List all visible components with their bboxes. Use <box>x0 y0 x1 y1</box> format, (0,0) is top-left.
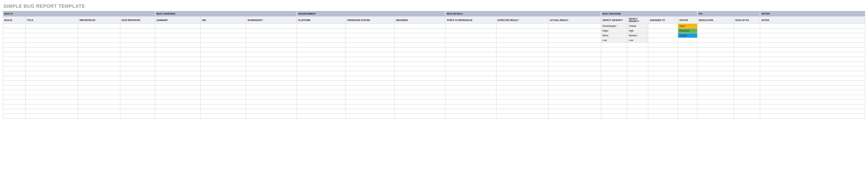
cell-summary[interactable] <box>155 81 200 85</box>
cell-defect_priority[interactable] <box>627 47 648 52</box>
cell-summary[interactable] <box>155 66 200 71</box>
cell-operating_system[interactable] <box>346 43 394 47</box>
cell-expected_result[interactable] <box>496 104 549 109</box>
cell-status[interactable] <box>678 114 697 119</box>
cell-title[interactable] <box>26 28 78 33</box>
cell-bug_id[interactable] <box>3 57 26 62</box>
cell-defect_priority[interactable] <box>627 85 648 90</box>
cell-bug_id[interactable] <box>3 28 26 33</box>
cell-expected_result[interactable] <box>496 66 549 71</box>
cell-bug_id[interactable] <box>3 90 26 95</box>
cell-steps_to_reproduce[interactable] <box>445 90 496 95</box>
cell-status[interactable] <box>678 76 697 81</box>
cell-reported_by[interactable] <box>78 90 120 95</box>
cell-title[interactable] <box>26 114 78 119</box>
cell-defect_severity[interactable] <box>601 85 627 90</box>
cell-resolution[interactable] <box>697 57 734 62</box>
cell-date_of_fix[interactable] <box>734 33 760 38</box>
cell-date_of_fix[interactable] <box>734 52 760 57</box>
cell-date_reported[interactable] <box>120 109 155 114</box>
cell-notes[interactable] <box>760 81 865 85</box>
cell-assigned_to[interactable] <box>648 81 678 85</box>
cell-browser[interactable] <box>395 71 446 76</box>
cell-date_reported[interactable] <box>120 95 155 100</box>
cell-browser[interactable] <box>395 43 446 47</box>
cell-expected_result[interactable] <box>496 43 549 47</box>
cell-platform[interactable] <box>297 57 346 62</box>
cell-steps_to_reproduce[interactable] <box>445 85 496 90</box>
cell-browser[interactable] <box>395 47 446 52</box>
cell-date_of_fix[interactable] <box>734 90 760 95</box>
cell-date_of_fix[interactable] <box>734 66 760 71</box>
cell-expected_result[interactable] <box>496 95 549 100</box>
cell-summary[interactable] <box>155 109 200 114</box>
cell-url[interactable] <box>200 24 246 28</box>
cell-operating_system[interactable] <box>346 38 394 43</box>
cell-expected_result[interactable] <box>496 109 549 114</box>
cell-title[interactable] <box>26 85 78 90</box>
cell-actual_result[interactable] <box>549 114 601 119</box>
cell-browser[interactable] <box>395 114 446 119</box>
cell-url[interactable] <box>200 52 246 57</box>
cell-defect_severity[interactable]: Showstopper <box>601 24 627 28</box>
cell-summary[interactable] <box>155 104 200 109</box>
cell-defect_priority[interactable] <box>627 81 648 85</box>
cell-steps_to_reproduce[interactable] <box>445 100 496 104</box>
cell-notes[interactable] <box>760 28 865 33</box>
cell-browser[interactable] <box>395 62 446 66</box>
cell-reported_by[interactable] <box>78 28 120 33</box>
cell-url[interactable] <box>200 33 246 38</box>
cell-summary[interactable] <box>155 95 200 100</box>
cell-title[interactable] <box>26 100 78 104</box>
cell-operating_system[interactable] <box>346 76 394 81</box>
cell-reported_by[interactable] <box>78 109 120 114</box>
cell-notes[interactable] <box>760 43 865 47</box>
cell-date_of_fix[interactable] <box>734 71 760 76</box>
cell-actual_result[interactable] <box>549 62 601 66</box>
cell-date_of_fix[interactable] <box>734 24 760 28</box>
cell-title[interactable] <box>26 47 78 52</box>
cell-actual_result[interactable] <box>549 66 601 71</box>
cell-bug_id[interactable] <box>3 52 26 57</box>
cell-reported_by[interactable] <box>78 85 120 90</box>
cell-notes[interactable] <box>760 38 865 43</box>
cell-defect_severity[interactable] <box>601 114 627 119</box>
cell-defect_priority[interactable]: Medium <box>627 33 648 38</box>
cell-status[interactable]: Closed <box>678 33 697 38</box>
cell-browser[interactable] <box>395 81 446 85</box>
cell-screenshot[interactable] <box>246 33 297 38</box>
cell-status[interactable] <box>678 104 697 109</box>
cell-defect_severity[interactable] <box>601 52 627 57</box>
cell-operating_system[interactable] <box>346 24 394 28</box>
cell-date_reported[interactable] <box>120 24 155 28</box>
cell-resolution[interactable] <box>697 109 734 114</box>
cell-actual_result[interactable] <box>549 52 601 57</box>
cell-steps_to_reproduce[interactable] <box>445 66 496 71</box>
cell-date_of_fix[interactable] <box>734 85 760 90</box>
cell-date_of_fix[interactable] <box>734 47 760 52</box>
cell-platform[interactable] <box>297 109 346 114</box>
cell-date_of_fix[interactable] <box>734 38 760 43</box>
cell-screenshot[interactable] <box>246 90 297 95</box>
cell-summary[interactable] <box>155 62 200 66</box>
cell-actual_result[interactable] <box>549 104 601 109</box>
cell-bug_id[interactable] <box>3 66 26 71</box>
cell-summary[interactable] <box>155 28 200 33</box>
cell-bug_id[interactable] <box>3 95 26 100</box>
cell-assigned_to[interactable] <box>648 33 678 38</box>
cell-title[interactable] <box>26 57 78 62</box>
cell-url[interactable] <box>200 57 246 62</box>
cell-resolution[interactable] <box>697 38 734 43</box>
cell-platform[interactable] <box>297 47 346 52</box>
cell-date_reported[interactable] <box>120 81 155 85</box>
cell-screenshot[interactable] <box>246 114 297 119</box>
cell-resolution[interactable] <box>697 100 734 104</box>
cell-url[interactable] <box>200 109 246 114</box>
cell-notes[interactable] <box>760 100 865 104</box>
cell-defect_severity[interactable] <box>601 109 627 114</box>
cell-resolution[interactable] <box>697 66 734 71</box>
cell-steps_to_reproduce[interactable] <box>445 33 496 38</box>
cell-summary[interactable] <box>155 90 200 95</box>
cell-date_of_fix[interactable] <box>734 109 760 114</box>
cell-platform[interactable] <box>297 104 346 109</box>
